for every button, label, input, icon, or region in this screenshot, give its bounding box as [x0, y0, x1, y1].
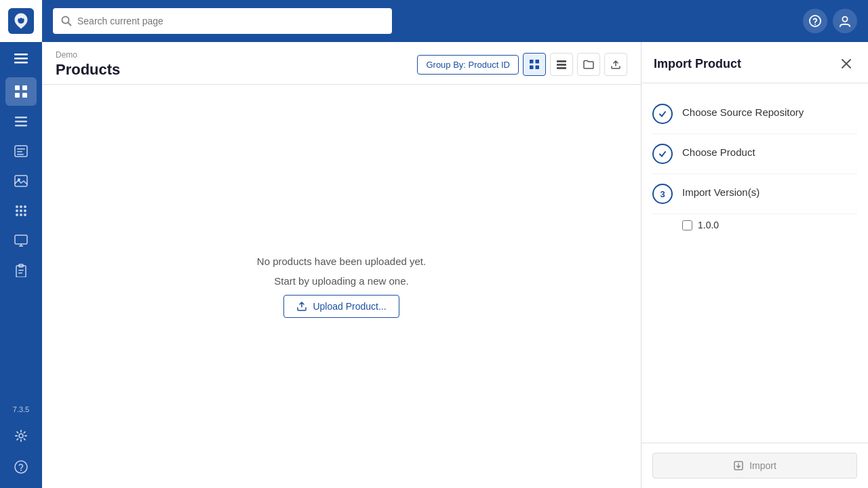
svg-rect-11 — [15, 125, 27, 127]
step-import-versions: 3 Import Version(s) — [652, 174, 857, 214]
version-sub-section: 1.0.0 — [682, 214, 857, 233]
svg-point-18 — [16, 205, 18, 208]
topbar-actions — [803, 9, 857, 33]
main-wrapper: Demo Products Group By: Product ID — [42, 0, 868, 488]
import-steps: Choose Source Repository Choose Product … — [642, 83, 868, 443]
search-icon — [61, 16, 72, 26]
svg-rect-9 — [15, 117, 27, 119]
sidebar-item-list[interactable] — [5, 107, 37, 136]
svg-rect-5 — [15, 85, 20, 90]
import-footer: Import — [642, 443, 868, 488]
step-1-circle — [652, 104, 673, 124]
svg-point-24 — [16, 214, 18, 216]
close-import-button[interactable] — [837, 54, 856, 73]
step-2-circle — [652, 144, 673, 164]
svg-point-35 — [62, 17, 69, 24]
svg-rect-43 — [536, 66, 540, 70]
version-label: 7.3.5 — [13, 405, 29, 419]
toolbar-right: Group By: Product ID — [417, 53, 627, 76]
sidebar-item-help[interactable] — [5, 453, 37, 481]
breadcrumb-section: Demo Products — [56, 50, 120, 79]
group-by-button[interactable]: Group By: Product ID — [417, 55, 519, 75]
svg-rect-2 — [14, 54, 28, 56]
sidebar: 7.3.5 — [0, 0, 42, 488]
sidebar-item-settings[interactable] — [5, 422, 37, 450]
step-choose-source: Choose Source Repository — [652, 94, 857, 134]
svg-rect-40 — [530, 60, 534, 64]
grid-view-button[interactable] — [523, 53, 546, 76]
app-logo — [0, 0, 42, 42]
import-button-label: Import — [749, 460, 776, 471]
svg-rect-14 — [17, 151, 22, 152]
page-title: Products — [56, 61, 120, 79]
step-1-label: Choose Source Repository — [682, 104, 804, 118]
version-checkbox-label[interactable]: 1.0.0 — [682, 220, 857, 230]
import-panel: Import Product Choose Source — [641, 42, 868, 488]
list-view-button[interactable] — [550, 53, 573, 76]
sidebar-nav — [5, 75, 37, 405]
menu-toggle-button[interactable] — [0, 42, 42, 75]
svg-point-39 — [842, 17, 847, 22]
upload-product-label: Upload Product... — [313, 301, 386, 312]
breadcrumb: Demo — [56, 50, 120, 60]
search-input[interactable] — [77, 16, 384, 26]
svg-rect-6 — [22, 85, 27, 90]
step-3-number: 3 — [660, 189, 665, 199]
step-choose-product: Choose Product — [652, 134, 857, 174]
sidebar-item-dashboard[interactable] — [5, 77, 37, 106]
products-body: No products have been uploaded yet. Star… — [42, 85, 641, 488]
upload-product-button[interactable]: Upload Product... — [283, 295, 399, 318]
step-3-circle: 3 — [652, 184, 673, 204]
svg-rect-41 — [536, 60, 540, 64]
step-2-label: Choose Product — [682, 144, 755, 158]
svg-point-22 — [20, 209, 22, 212]
search-box — [53, 8, 392, 34]
import-button[interactable]: Import — [652, 453, 857, 479]
sidebar-item-apps[interactable] — [5, 197, 37, 225]
svg-point-34 — [20, 470, 22, 471]
help-button[interactable] — [803, 9, 827, 33]
svg-rect-7 — [15, 93, 20, 98]
svg-point-20 — [24, 205, 26, 208]
import-header: Import Product — [642, 42, 868, 83]
svg-rect-15 — [17, 154, 24, 155]
svg-rect-30 — [18, 270, 24, 271]
content-area: Demo Products Group By: Product ID — [42, 42, 868, 488]
svg-point-38 — [814, 24, 816, 25]
svg-point-21 — [16, 209, 18, 212]
svg-rect-46 — [557, 67, 566, 69]
svg-rect-13 — [17, 148, 25, 150]
products-panel: Demo Products Group By: Product ID — [42, 42, 641, 488]
version-1-0-0-checkbox[interactable] — [682, 220, 692, 230]
svg-point-19 — [20, 205, 22, 208]
svg-rect-31 — [18, 272, 22, 274]
empty-message-line1: No products have been uploaded yet. — [257, 256, 426, 267]
upload-icon-button[interactable] — [604, 53, 627, 76]
svg-rect-16 — [15, 176, 27, 186]
sidebar-item-tasks[interactable] — [5, 137, 37, 165]
sidebar-item-monitor[interactable] — [5, 226, 37, 255]
svg-rect-45 — [557, 64, 566, 66]
svg-rect-44 — [557, 60, 566, 62]
svg-rect-4 — [14, 62, 28, 64]
import-panel-title: Import Product — [654, 57, 741, 71]
user-button[interactable] — [833, 9, 857, 33]
step-3-label: Import Version(s) — [682, 184, 760, 198]
svg-point-32 — [19, 434, 23, 438]
upload-icon — [296, 301, 307, 312]
svg-point-25 — [20, 214, 22, 216]
empty-message-line2: Start by uploading a new one. — [274, 275, 408, 287]
svg-rect-42 — [530, 66, 534, 70]
svg-rect-8 — [22, 93, 27, 98]
topbar — [42, 0, 868, 42]
sidebar-item-clipboard[interactable] — [5, 256, 37, 285]
svg-point-26 — [24, 214, 26, 216]
version-label: 1.0.0 — [698, 220, 719, 230]
folder-view-button[interactable] — [577, 53, 600, 76]
svg-point-33 — [15, 461, 27, 473]
svg-rect-3 — [14, 58, 28, 60]
svg-rect-10 — [15, 121, 27, 123]
sidebar-bottom: 7.3.5 — [5, 405, 37, 488]
svg-point-23 — [24, 209, 26, 212]
sidebar-item-media[interactable] — [5, 167, 37, 195]
